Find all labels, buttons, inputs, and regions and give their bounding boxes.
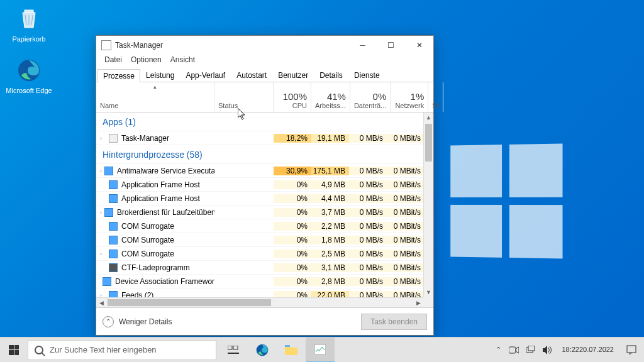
process-row[interactable]: CTF-Ladeprogramm0%3,1 MB0 MB/s0 MBit/s xyxy=(96,261,423,275)
search-input[interactable]: Zur Suche Text hier eingeben xyxy=(28,340,216,360)
tab-startup[interactable]: Autostart xyxy=(231,69,272,82)
tab-users[interactable]: Benutzer xyxy=(272,69,314,82)
scroll-thumb-h[interactable] xyxy=(108,299,271,306)
process-name: Application Frame Host xyxy=(121,194,200,203)
svg-rect-11 xyxy=(627,346,636,353)
header-extra[interactable]: St xyxy=(428,82,443,112)
tabs: Prozesse Leistung App-Verlauf Autostart … xyxy=(96,67,433,82)
process-row[interactable]: Device Association Framework ...0%2,8 MB… xyxy=(96,275,423,288)
process-icon xyxy=(109,291,118,298)
process-row[interactable]: COM Surrogate0%2,2 MB0 MB/s0 MBit/s xyxy=(96,219,423,233)
process-row[interactable]: ›Brokerdienst für Laufzeitüberwa...0%3,7… xyxy=(96,206,423,219)
cpu-cell: 0% xyxy=(274,277,311,286)
start-button[interactable] xyxy=(0,337,28,363)
process-name: Task-Manager xyxy=(121,134,169,143)
expand-icon[interactable]: › xyxy=(100,135,106,141)
windows-logo xyxy=(450,144,562,259)
expand-icon[interactable]: › xyxy=(100,209,102,216)
network-cell: 0 MBit/s xyxy=(387,222,423,231)
taskbar-edge-icon[interactable] xyxy=(248,337,277,363)
expand-icon[interactable]: › xyxy=(100,251,106,257)
tray-meet-now-icon[interactable] xyxy=(505,337,523,363)
scroll-down-icon[interactable]: ▼ xyxy=(424,287,433,297)
tab-services[interactable]: Dienste xyxy=(348,69,386,82)
task-view-button[interactable] xyxy=(219,337,248,363)
tab-apphistory[interactable]: App-Verlauf xyxy=(180,69,231,82)
network-cell: 0 MBit/s xyxy=(387,250,423,258)
process-icon xyxy=(109,236,118,244)
desktop[interactable]: Papierkorb Microsoft Edge Task-Manager ─… xyxy=(0,0,644,362)
process-row[interactable]: ›Feeds (2)0%22,0 MB0 MB/s0 MBit/s xyxy=(96,288,423,297)
process-row[interactable]: ›COM Surrogate0%2,5 MB0 MB/s0 MBit/s xyxy=(96,247,423,261)
menu-options[interactable]: Optionen xyxy=(126,55,166,67)
svg-rect-10 xyxy=(528,346,535,351)
tab-processes[interactable]: Prozesse xyxy=(97,69,140,82)
expand-icon[interactable]: › xyxy=(100,292,106,298)
tray-volume-icon[interactable] xyxy=(539,337,557,363)
chevron-up-icon: ⌃ xyxy=(103,316,114,327)
header-cpu[interactable]: 100%CPU xyxy=(274,82,311,112)
task-manager-title-icon xyxy=(101,40,111,50)
scroll-thumb-v[interactable] xyxy=(425,124,432,162)
memory-cell: 22,0 MB xyxy=(311,291,349,298)
vertical-scrollbar[interactable]: ▲ ▼ xyxy=(423,112,433,297)
tray-notifications-icon[interactable] xyxy=(619,337,644,363)
system-tray: ⌃ 18:22 20.07.2022 xyxy=(492,337,644,363)
minimize-button[interactable]: ─ xyxy=(348,36,377,55)
fewer-details-button[interactable]: ⌃ Weniger Details xyxy=(103,316,172,327)
scroll-right-icon[interactable]: ▶ xyxy=(413,298,423,307)
recycle-bin-icon[interactable]: Papierkorb xyxy=(5,5,53,43)
header-memory[interactable]: 41%Arbeitss... xyxy=(311,82,350,112)
menu-view[interactable]: Ansicht xyxy=(166,55,199,67)
memory-cell: 4,9 MB xyxy=(311,180,349,189)
disk-cell: 0 MB/s xyxy=(349,167,387,175)
cpu-cell: 0% xyxy=(274,222,311,231)
header-status[interactable]: Status xyxy=(214,82,274,112)
edge-label: Microsoft Edge xyxy=(6,87,52,94)
window-title: Task-Manager xyxy=(115,41,163,50)
end-task-button[interactable]: Task beenden xyxy=(361,314,427,330)
disk-cell: 0 MB/s xyxy=(349,236,387,244)
process-name: Antimalware Service Executable xyxy=(117,167,214,175)
scroll-left-icon[interactable]: ◀ xyxy=(96,298,106,307)
expand-icon[interactable]: › xyxy=(100,168,102,174)
process-group[interactable]: Apps (1) xyxy=(96,112,423,131)
svg-rect-2 xyxy=(228,346,232,349)
process-name: COM Surrogate xyxy=(121,236,174,244)
process-row[interactable]: Application Frame Host0%4,4 MB0 MB/s0 MB… xyxy=(96,192,423,206)
horizontal-scrollbar[interactable]: ◀ ▶ xyxy=(96,297,423,307)
tray-chevron-up-icon[interactable]: ⌃ xyxy=(492,337,505,363)
tray-network-icon[interactable] xyxy=(523,337,539,363)
header-disk[interactable]: 0%Datenträ... xyxy=(350,82,391,112)
memory-cell: 3,7 MB xyxy=(311,208,349,217)
footer: ⌃ Weniger Details Task beenden xyxy=(96,307,433,335)
memory-cell: 4,4 MB xyxy=(311,194,349,203)
cpu-cell: 0% xyxy=(274,208,311,217)
process-row[interactable]: ›Task-Manager18,2%19,1 MB0 MB/s0 MBit/s xyxy=(96,131,423,145)
disk-cell: 0 MB/s xyxy=(349,134,387,143)
process-row[interactable]: ›Antimalware Service Executable30,9%175,… xyxy=(96,164,423,178)
maximize-button[interactable]: ☐ xyxy=(377,36,405,55)
windows-icon xyxy=(9,345,19,355)
cpu-cell: 0% xyxy=(274,180,311,189)
disk-cell: 0 MB/s xyxy=(349,263,387,272)
search-icon xyxy=(35,346,43,354)
scroll-up-icon[interactable]: ▲ xyxy=(424,112,433,123)
edge-icon[interactable]: Microsoft Edge xyxy=(5,57,53,94)
tab-performance[interactable]: Leistung xyxy=(140,69,180,82)
process-row[interactable]: Application Frame Host0%4,9 MB0 MB/s0 MB… xyxy=(96,178,423,192)
taskbar-task-manager-icon[interactable] xyxy=(306,337,335,363)
tray-clock[interactable]: 18:22 20.07.2022 xyxy=(557,337,619,363)
process-row[interactable]: COM Surrogate0%1,8 MB0 MB/s0 MBit/s xyxy=(96,233,423,247)
taskbar-explorer-icon[interactable] xyxy=(277,337,306,363)
menu-file[interactable]: Datei xyxy=(100,55,126,67)
titlebar[interactable]: Task-Manager ─ ☐ ✕ xyxy=(96,36,433,55)
close-button[interactable]: ✕ xyxy=(405,36,433,55)
process-name: COM Surrogate xyxy=(121,250,174,258)
header-network[interactable]: 1%Netzwerk xyxy=(391,82,428,112)
cpu-cell: 0% xyxy=(274,263,311,272)
process-group[interactable]: Hintergrundprozesse (58) xyxy=(96,145,423,164)
tab-details[interactable]: Details xyxy=(314,69,348,82)
svg-rect-6 xyxy=(285,345,290,347)
header-name[interactable]: ▴Name xyxy=(96,82,214,112)
